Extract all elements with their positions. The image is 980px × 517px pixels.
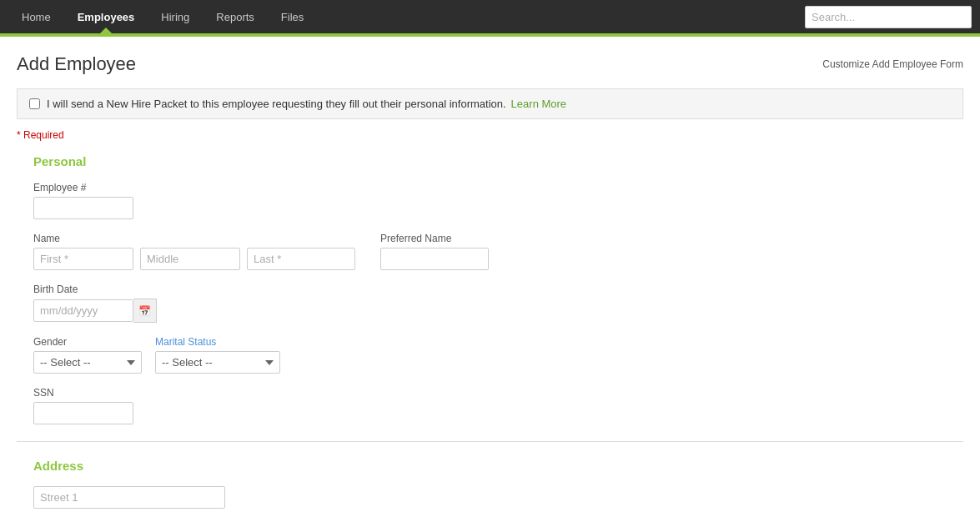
hire-packet-checkbox[interactable]	[29, 98, 40, 109]
personal-form: Employee # Name Preferred Name Birth Dat…	[17, 182, 963, 424]
preferred-name-group: Preferred Name	[380, 233, 489, 270]
marital-group: Marital Status -- Select -- Single Marri…	[155, 336, 280, 374]
gender-select[interactable]: -- Select -- Male Female Non-binary Pref…	[33, 351, 142, 374]
learn-more-link[interactable]: Learn More	[511, 98, 566, 110]
marital-label: Marital Status	[155, 336, 280, 348]
calendar-button[interactable]: 📅	[133, 299, 157, 323]
page-header: Add Employee Customize Add Employee Form	[17, 53, 963, 75]
birth-date-group: Birth Date 📅	[33, 284, 947, 323]
nav-files[interactable]: Files	[268, 0, 317, 33]
birth-date-input[interactable]	[33, 299, 133, 322]
middle-name-input[interactable]	[140, 248, 240, 270]
customize-link[interactable]: Customize Add Employee Form	[822, 58, 963, 70]
employee-num-label: Employee #	[33, 182, 947, 193]
page-container: Add Employee Customize Add Employee Form…	[0, 37, 980, 509]
birth-date-wrapper: 📅	[33, 299, 947, 323]
personal-section-title: Personal	[17, 154, 963, 168]
preferred-name-input[interactable]	[380, 248, 489, 270]
preferred-name-label: Preferred Name	[380, 233, 489, 244]
ssn-input[interactable]	[33, 402, 133, 424]
street1-input[interactable]	[33, 486, 225, 509]
gender-label: Gender	[33, 336, 142, 348]
hire-packet-banner: I will send a New Hire Packet to this em…	[17, 88, 963, 119]
birth-date-label: Birth Date	[33, 284, 947, 295]
name-label: Name	[33, 233, 355, 244]
page-title: Add Employee	[17, 53, 136, 75]
nav-reports[interactable]: Reports	[203, 0, 268, 33]
ssn-label: SSN	[33, 387, 947, 399]
last-name-input[interactable]	[247, 248, 355, 270]
first-name-input[interactable]	[33, 248, 133, 270]
nav-home[interactable]: Home	[8, 0, 64, 33]
section-divider	[17, 441, 963, 442]
street1-group	[33, 486, 947, 509]
navbar: Home Employees Hiring Reports Files 🔍	[0, 0, 980, 33]
nav-employees[interactable]: Employees	[64, 0, 148, 33]
hire-packet-label: I will send a New Hire Packet to this em…	[47, 98, 506, 110]
search-wrapper: 🔍	[805, 0, 972, 33]
search-input[interactable]	[805, 6, 972, 28]
name-preferred-row: Name Preferred Name	[33, 233, 947, 270]
marital-status-select[interactable]: -- Select -- Single Married Divorced Wid…	[155, 351, 280, 374]
nav-hiring[interactable]: Hiring	[148, 0, 203, 33]
gender-marital-row: Gender -- Select -- Male Female Non-bina…	[33, 336, 947, 374]
address-form	[17, 486, 963, 509]
required-note: * Required	[17, 129, 963, 141]
address-section-title: Address	[17, 459, 963, 473]
name-fields	[33, 248, 355, 270]
gender-group: Gender -- Select -- Male Female Non-bina…	[33, 336, 142, 374]
name-group: Name	[33, 233, 355, 270]
calendar-icon: 📅	[138, 305, 151, 317]
employee-num-input[interactable]	[33, 197, 133, 219]
employee-num-group: Employee #	[33, 182, 947, 219]
ssn-group: SSN	[33, 387, 947, 424]
